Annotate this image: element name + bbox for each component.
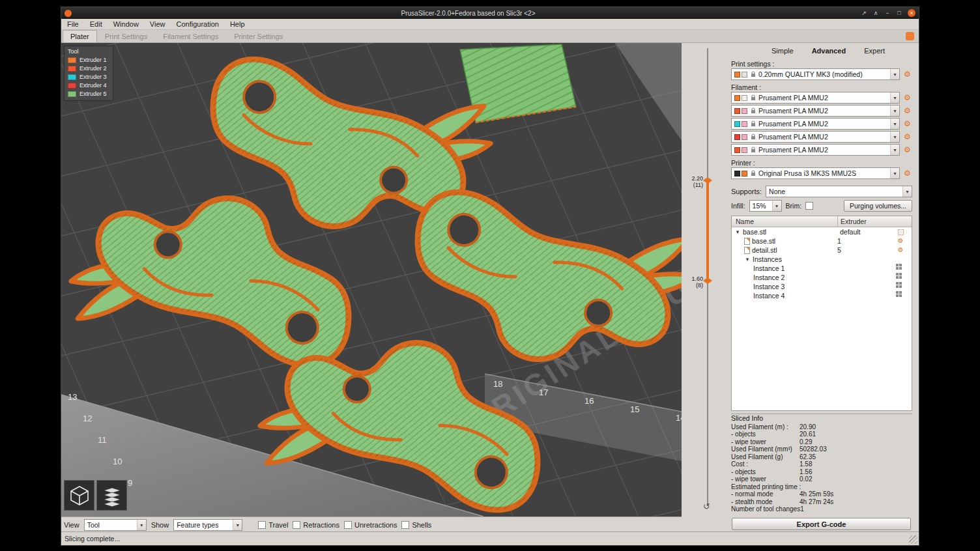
object-row-instances[interactable]: ▾ Instances [732, 255, 912, 264]
filament-label: Filament : [731, 83, 912, 91]
printer-gear-icon[interactable]: ⚙ [902, 169, 912, 177]
view-layers-button[interactable] [96, 480, 127, 511]
supports-select[interactable]: None ▾ [766, 186, 912, 197]
layer-slider-lower-handle[interactable] [703, 277, 712, 284]
lock-icon [751, 94, 756, 101]
printer-combo[interactable]: Original Prusa i3 MK3S MMU2S ▾ [731, 167, 900, 179]
unretractions-label: Unretractions [354, 521, 397, 529]
instances-grid-icon[interactable] [896, 291, 899, 294]
unretractions-checkbox[interactable] [344, 521, 352, 529]
minimize-icon[interactable]: − [884, 10, 891, 16]
object-row-instance-1[interactable]: Instance 1 [732, 264, 912, 273]
sliced-info-title: Sliced Info [731, 415, 912, 423]
export-gcode-button[interactable]: Export G-code [732, 518, 911, 530]
menu-view[interactable]: View [150, 20, 166, 28]
mode-tab-expert[interactable]: Expert [864, 47, 885, 55]
lock-icon [751, 134, 756, 140]
filament-gear-icon-1[interactable]: ⚙ [902, 94, 912, 102]
object-row-instance-4[interactable]: Instance 4 [732, 291, 912, 300]
mode-tabs: Simple Advanced Expert [731, 44, 912, 58]
mode-tab-advanced[interactable]: Advanced [812, 47, 846, 55]
lock-icon [751, 147, 756, 153]
title-bar: PrusaSlicer-2.0.0+Fedora based on Slic3r… [61, 7, 919, 19]
extruder-2-label: Extruder 2 [79, 65, 107, 72]
extruder-5-label: Extruder 5 [79, 91, 107, 97]
instances-grid-icon[interactable] [896, 273, 899, 276]
menu-bar: File Edit Window View Configuration Help [61, 19, 919, 30]
tab-filament-settings[interactable]: Filament Settings [155, 30, 226, 42]
used-filament-g: 62.35 [800, 453, 816, 461]
slider-reset-icon[interactable]: ↺ [703, 502, 710, 511]
menu-configuration[interactable]: Configuration [176, 20, 218, 28]
print-settings-gear-icon[interactable]: ⚙ [902, 70, 912, 78]
feature-types-select[interactable]: Feature types ▾ [173, 519, 242, 531]
retractions-checkbox[interactable] [293, 521, 300, 529]
printer-value: Original Prusa i3 MK3S MMU2S [758, 169, 856, 177]
infill-select[interactable]: 15% ▾ [749, 200, 782, 212]
plater-3d-viewport[interactable]: ORIGINAL PRUSA 13 12 11 10 9 18 [61, 43, 682, 516]
view-mode-select[interactable]: Tool ▾ [84, 519, 147, 531]
chevron-down-icon: ▾ [890, 106, 899, 116]
filament-gear-icon-5[interactable]: ⚙ [902, 146, 912, 154]
expander-icon[interactable]: ▾ [734, 229, 741, 235]
filament-color-chip [734, 95, 740, 101]
object-row-detail-part[interactable]: detail.stl 5 ⚙ [732, 246, 912, 255]
part-icon [744, 247, 750, 254]
filament-gear-icon-4[interactable]: ⚙ [902, 133, 912, 141]
tab-printer-settings[interactable]: Printer Settings [226, 30, 291, 42]
travel-label: Travel [268, 521, 288, 529]
cost: 1.58 [800, 460, 812, 468]
lock-icon [751, 107, 756, 114]
chevron-down-icon: ▾ [890, 168, 899, 178]
menu-edit[interactable]: Edit [90, 20, 102, 28]
shade-icon[interactable]: ∧ [872, 10, 879, 16]
filament-combo-2[interactable]: Prusament PLA MMU2 ▾ [731, 105, 900, 117]
menu-file[interactable]: File [67, 20, 79, 28]
config-update-icon[interactable] [906, 32, 914, 40]
layer-slider-upper-handle[interactable] [703, 177, 712, 184]
object-row-instance-3[interactable]: Instance 3 [732, 282, 912, 291]
tool-legend: Tool Extruder 1 Extruder 2 Extruder 3 Ex… [64, 46, 113, 101]
filament-gear-icon-3[interactable]: ⚙ [902, 120, 912, 128]
instances-grid-icon[interactable] [896, 264, 899, 266]
object-row-base[interactable]: ▾ base.stl default [732, 227, 912, 236]
filament-combo-4[interactable]: Prusament PLA MMU2 ▾ [731, 131, 900, 143]
maximize-icon[interactable]: □ [896, 10, 902, 16]
svg-text:11: 11 [98, 435, 107, 445]
menu-window[interactable]: Window [113, 20, 139, 28]
shells-checkbox[interactable] [401, 521, 409, 529]
expander-icon[interactable]: ▾ [744, 256, 751, 262]
brim-checkbox[interactable] [805, 202, 813, 210]
instances-grid-icon[interactable] [896, 282, 899, 285]
time-stealth-mode: 4h 27m 24s [800, 498, 833, 506]
object-list: Name Extruder ▾ base.stl default [731, 216, 912, 411]
supports-label: Supports: [731, 188, 762, 195]
filament-gear-icon-2[interactable]: ⚙ [902, 107, 912, 115]
close-icon[interactable]: × [908, 9, 915, 17]
extruder-3-swatch [68, 74, 76, 80]
object-row-base-part[interactable]: base.stl 1 ⚙ [732, 236, 912, 246]
app-window: PrusaSlicer-2.0.0+Fedora based on Slic3r… [61, 7, 919, 546]
print-settings-combo[interactable]: 0.20mm QUALITY MK3 (modified) ▾ [731, 68, 900, 80]
svg-text:10: 10 [113, 457, 122, 466]
filament-combo-3[interactable]: Prusament PLA MMU2 ▾ [731, 118, 900, 130]
tool-changes: 1 [800, 505, 804, 513]
tab-plater[interactable]: Plater [63, 30, 97, 42]
view-3d-button[interactable] [64, 480, 94, 511]
travel-checkbox[interactable] [258, 521, 266, 529]
filament-combo-1[interactable]: Prusament PLA MMU2 ▾ [731, 92, 900, 104]
object-row-instance-2[interactable]: Instance 2 [732, 273, 912, 282]
mode-tab-simple[interactable]: Simple [771, 47, 794, 55]
bed-canvas[interactable]: ORIGINAL PRUSA 13 12 11 10 9 18 [61, 43, 682, 516]
object-settings-icon[interactable] [898, 229, 904, 235]
part-settings-gear-icon[interactable]: ⚙ [896, 238, 906, 244]
menu-help[interactable]: Help [230, 20, 245, 28]
chevron-down-icon: ▾ [772, 201, 781, 211]
always-on-top-icon[interactable]: ↗ [861, 10, 867, 16]
tab-print-settings[interactable]: Print Settings [97, 30, 155, 42]
chevron-down-icon: ▾ [902, 186, 912, 197]
purging-volumes-button[interactable]: Purging volumes... [844, 200, 912, 212]
filament-combo-5[interactable]: Prusament PLA MMU2 ▾ [731, 144, 900, 156]
resize-grip[interactable] [909, 535, 917, 544]
part-settings-gear-icon[interactable]: ⚙ [896, 247, 906, 253]
